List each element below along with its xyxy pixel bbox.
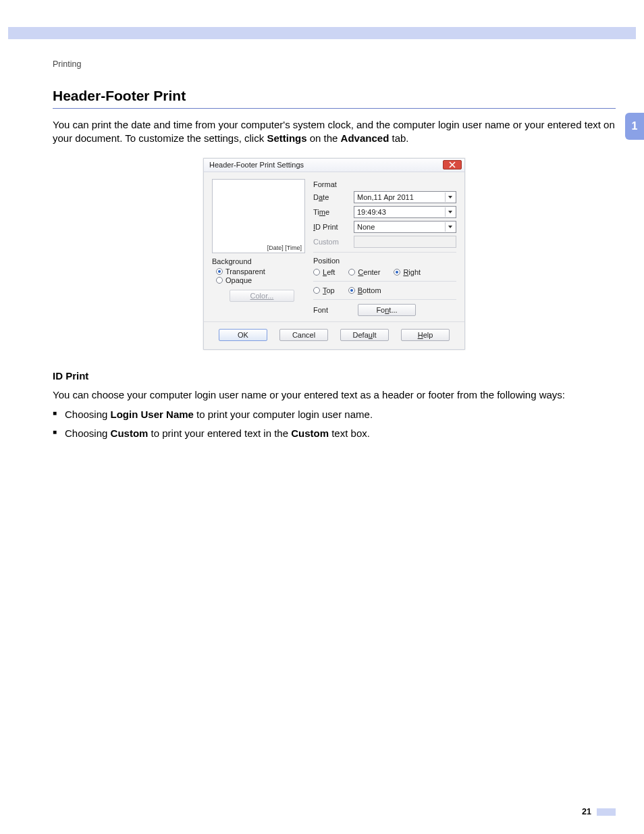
bullet-text: Choosing [65, 427, 111, 439]
background-heading: Background [212, 257, 306, 265]
radio-label: Transparent [225, 267, 265, 276]
page-number: 21 [582, 807, 591, 816]
idprint-value: None [357, 223, 375, 231]
bullet-text: Choosing [65, 409, 111, 420]
intro-text: tab. [389, 132, 408, 144]
close-button[interactable] [443, 160, 462, 170]
radio-bottom[interactable]: Bottom [348, 286, 381, 294]
page-title: Header-Footer Print [53, 88, 616, 104]
preview-area: [Date] [Time] [212, 179, 305, 253]
radio-icon [313, 287, 320, 294]
radio-label: Center [358, 268, 380, 276]
custom-input[interactable] [354, 236, 456, 248]
id-print-paragraph: You can choose your computer login user … [53, 388, 616, 402]
radio-label: Bottom [358, 286, 381, 294]
bullet-bold: Custom [291, 427, 329, 439]
radio-icon [394, 269, 400, 276]
radio-label: Opaque [225, 276, 252, 284]
header-footer-dialog: Header-Footer Print Settings [Date] [Tim… [203, 158, 465, 350]
date-value: Mon,11 Apr 2011 [357, 193, 414, 201]
dialog-titlebar: Header-Footer Print Settings [204, 159, 464, 172]
chevron-down-icon [445, 222, 454, 232]
idprint-select[interactable]: None [354, 221, 456, 233]
radio-icon [216, 277, 223, 284]
radio-label: Left [323, 268, 335, 276]
radio-icon [313, 269, 320, 276]
chevron-down-icon [445, 207, 454, 217]
title-rule [53, 108, 616, 109]
radio-icon [216, 268, 223, 275]
date-select[interactable]: Mon,11 Apr 2011 [354, 191, 456, 203]
bullet-text: to print your computer login user name. [194, 409, 373, 420]
header-strip [8, 27, 636, 39]
idprint-label: ID Print [313, 223, 354, 231]
ok-button[interactable]: OK [219, 329, 267, 341]
font-button[interactable]: Font... [358, 304, 416, 316]
radio-center[interactable]: Center [348, 268, 380, 276]
color-button[interactable]: Color... [230, 290, 294, 302]
default-button[interactable]: Default [340, 329, 389, 341]
close-icon [449, 161, 456, 168]
help-button[interactable]: Help [401, 329, 450, 341]
time-select[interactable]: 19:49:43 [354, 206, 456, 218]
dialog-title-text: Header-Footer Print Settings [209, 161, 304, 169]
list-item: Choosing Custom to print your entered te… [53, 426, 616, 442]
color-button-label: Color... [250, 292, 274, 300]
font-label: Font [313, 306, 340, 314]
chevron-down-icon [445, 192, 454, 202]
bullet-text: text box. [329, 427, 370, 439]
intro-text: on the [307, 132, 341, 144]
time-label: Time [313, 208, 354, 216]
radio-label: Right [403, 268, 421, 276]
radio-icon [348, 269, 355, 276]
font-button-label: Font... [376, 306, 397, 314]
format-heading: Format [313, 180, 456, 188]
radio-label: Top [323, 286, 335, 294]
radio-transparent[interactable]: Transparent [216, 267, 306, 276]
radio-left[interactable]: Left [313, 268, 335, 276]
radio-icon [348, 287, 355, 294]
radio-right[interactable]: Right [394, 268, 421, 276]
list-item: Choosing Login User Name to print your c… [53, 407, 616, 423]
bullet-bold: Login User Name [111, 409, 194, 420]
intro-paragraph: You can print the date and time from you… [53, 118, 616, 146]
bullet-text: to print your entered text in the [148, 427, 291, 439]
intro-bold-settings: Settings [267, 132, 306, 144]
preview-text: [Date] [Time] [267, 244, 302, 251]
radio-opaque[interactable]: Opaque [216, 276, 306, 284]
intro-bold-advanced: Advanced [341, 132, 390, 144]
radio-top[interactable]: Top [313, 286, 335, 294]
breadcrumb: Printing [53, 59, 616, 69]
date-label: Date [313, 193, 354, 201]
footer-swatch [597, 808, 616, 816]
id-print-heading: ID Print [53, 370, 616, 382]
custom-label: Custom [313, 238, 354, 246]
cancel-button[interactable]: Cancel [279, 329, 328, 341]
time-value: 19:49:43 [357, 208, 386, 216]
position-heading: Position [313, 257, 456, 265]
bullet-bold: Custom [111, 427, 149, 439]
